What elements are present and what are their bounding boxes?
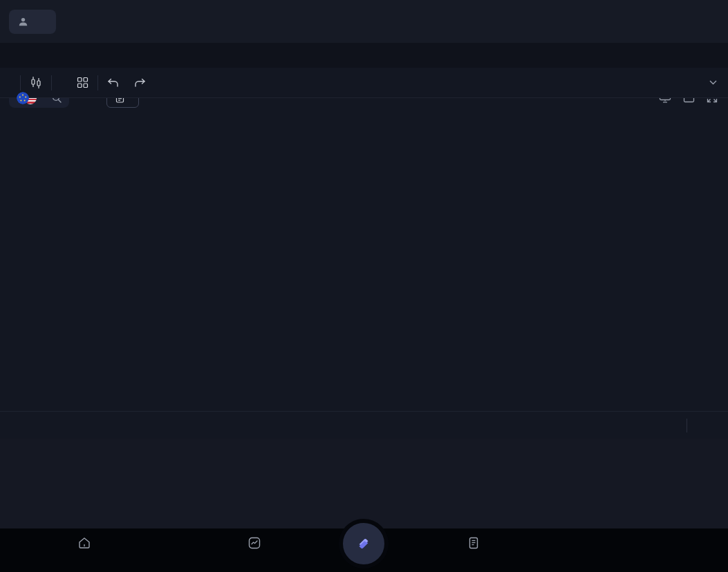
footer-divider [687, 419, 687, 432]
nav-market[interactable] [248, 537, 261, 553]
chart-footer [0, 411, 728, 439]
toolbar-divider [20, 75, 21, 90]
balance-summary [664, 8, 719, 11]
market-icon [248, 537, 261, 549]
price-chart[interactable] [0, 98, 728, 411]
chart-toolbar [0, 68, 728, 98]
symbol-bar [0, 43, 728, 68]
eu-flag-icon [17, 92, 29, 104]
trade-panel [0, 439, 728, 528]
top-bar [0, 0, 728, 43]
user-icon [18, 17, 28, 27]
toolbar-divider [51, 75, 52, 90]
toolbar-divider [97, 75, 98, 90]
account-selector[interactable] [9, 10, 56, 34]
home-icon [78, 537, 91, 549]
chart-type-candles-icon[interactable] [30, 76, 42, 89]
app-logo-button[interactable] [339, 519, 389, 569]
redo-icon[interactable] [134, 78, 146, 88]
layout-grid-icon[interactable] [77, 77, 88, 88]
nav-trades[interactable] [468, 537, 479, 553]
app-logo [355, 535, 373, 553]
chevron-down-icon[interactable] [709, 80, 717, 85]
nav-home[interactable] [78, 537, 91, 553]
undo-icon[interactable] [107, 78, 119, 88]
trades-icon [468, 537, 479, 549]
